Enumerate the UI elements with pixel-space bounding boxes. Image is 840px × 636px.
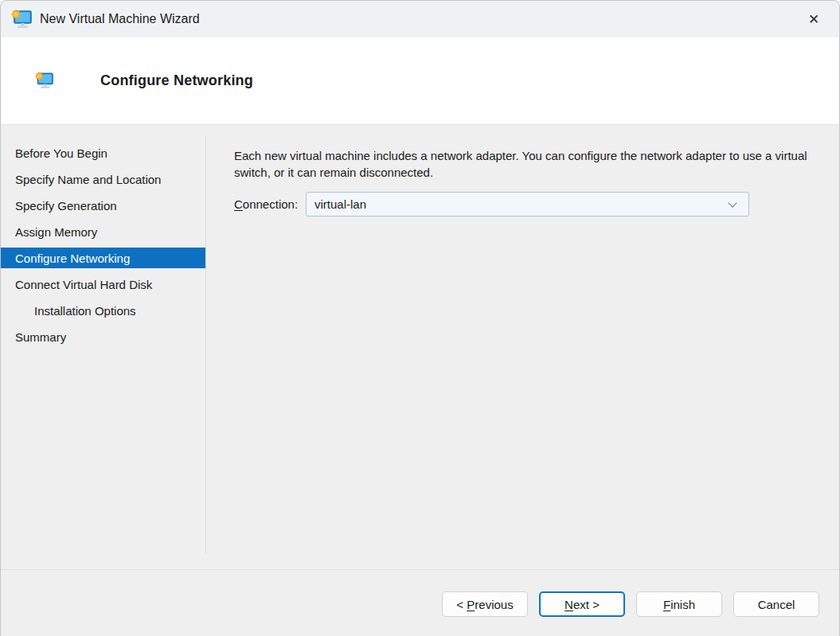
sidebar-item-specify-generation[interactable]: Specify Generation [1, 195, 205, 216]
sidebar-item-assign-memory[interactable]: Assign Memory [1, 221, 205, 242]
connection-label: Connection: [234, 197, 306, 211]
connection-label-rest: onnection: [243, 197, 298, 211]
sidebar-item-summary[interactable]: Summary [1, 326, 205, 347]
sidebar-item-configure-networking[interactable]: Configure Networking [1, 248, 205, 268]
sidebar-item-installation-options[interactable]: Installation Options [1, 300, 205, 321]
connection-dropdown[interactable]: virtual-lan [306, 192, 749, 217]
sidebar-item-specify-name-and-location[interactable]: Specify Name and Location [1, 169, 205, 189]
wizard-header: Configure Networking [1, 37, 839, 125]
close-icon[interactable]: ✕ [796, 1, 831, 37]
vm-monitor-icon [10, 10, 32, 29]
connection-label-accesskey: C [234, 197, 243, 211]
page-description: Each new virtual machine includes a netw… [234, 147, 814, 181]
next-button[interactable]: Next > [539, 591, 625, 617]
wizard-window: New Virtual Machine Wizard ✕ Configure N… [0, 0, 840, 636]
page-content: Each new virtual machine includes a netw… [206, 125, 839, 569]
sidebar-item-before-you-begin[interactable]: Before You Begin [1, 142, 205, 163]
page-title: Configure Networking [100, 72, 253, 89]
title-bar: New Virtual Machine Wizard ✕ [1, 1, 839, 37]
previous-button[interactable]: < Previous [442, 591, 528, 617]
wizard-steps-sidebar: Before You Begin Specify Name and Locati… [1, 125, 205, 569]
wizard-body: Before You Begin Specify Name and Locati… [1, 125, 839, 569]
sidebar-item-connect-virtual-hard-disk[interactable]: Connect Virtual Hard Disk [1, 274, 205, 295]
finish-button[interactable]: Finish [636, 591, 722, 617]
connection-row: Connection: virtual-lan [234, 192, 814, 217]
window-title: New Virtual Machine Wizard [40, 12, 200, 26]
cancel-button[interactable]: Cancel [733, 591, 819, 617]
wizard-footer: < Previous Next > Finish Cancel [1, 569, 839, 636]
connection-dropdown-value: virtual-lan [315, 197, 366, 211]
chevron-down-icon [728, 198, 736, 207]
vm-monitor-icon [34, 72, 53, 90]
